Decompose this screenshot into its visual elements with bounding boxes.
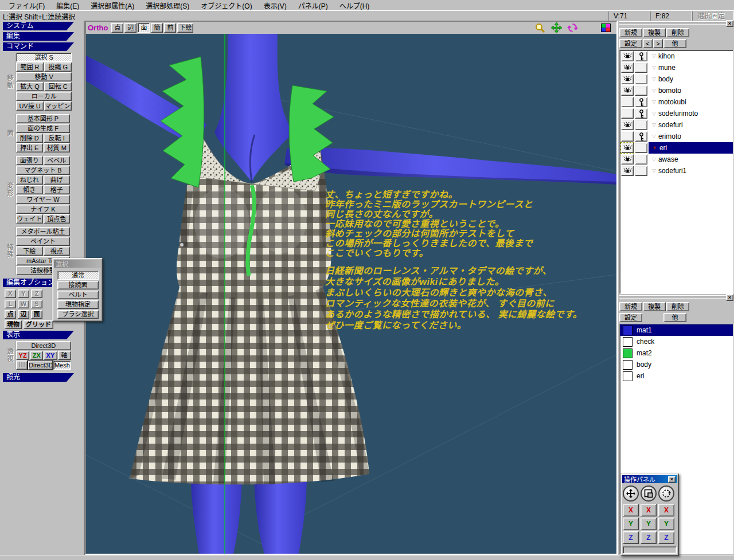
axis-y-button[interactable]: Y xyxy=(641,518,657,530)
select-mode-button[interactable]: 通常 xyxy=(57,271,99,280)
axis-y-button[interactable]: Y xyxy=(658,518,674,530)
viewport-mode-button[interactable]: 前 xyxy=(164,23,176,33)
operation-panel-titlebar[interactable]: 操作パネル × xyxy=(622,475,677,483)
view-plane-button[interactable]: YZ xyxy=(16,351,29,360)
scene-3d[interactable]: 丈、ちょっと短すぎですかね。昨年作ったミニ版のラップスカートワンピースと同じ長さ… xyxy=(86,34,616,554)
menu-item[interactable]: 選択部属性(A) xyxy=(85,0,139,11)
object-row[interactable]: ▼eri xyxy=(620,142,733,154)
select-mode-button[interactable]: ブラシ選択 xyxy=(57,310,99,319)
axis-z-button[interactable]: Z xyxy=(623,531,639,544)
object-panel-button[interactable]: 他 xyxy=(663,39,686,48)
select-mode-button[interactable]: 現物指定 xyxy=(57,300,99,309)
object-panel-button[interactable]: < xyxy=(643,39,653,48)
lock-key-toggle[interactable] xyxy=(635,62,647,73)
command-button[interactable]: ペイント xyxy=(16,237,70,246)
material-row[interactable]: eri xyxy=(620,370,733,382)
rotate-tool-button[interactable] xyxy=(658,485,674,502)
section-header-command[interactable]: コマンド xyxy=(3,42,74,51)
pan-icon[interactable] xyxy=(550,23,563,33)
menu-item[interactable]: ファイル(F) xyxy=(3,0,50,11)
section-header-view[interactable]: 表示 xyxy=(3,331,74,339)
command-button[interactable]: 曲げ xyxy=(44,175,71,185)
object-name[interactable]: ▽kihon xyxy=(649,50,733,62)
close-icon[interactable]: × xyxy=(668,476,676,483)
material-panel-button[interactable]: 他 xyxy=(663,313,686,322)
move-tool-button[interactable] xyxy=(623,485,639,502)
object-panel-button[interactable]: 複製 xyxy=(643,28,666,37)
edit-option-button[interactable]: グリッド xyxy=(24,320,53,329)
lock-key-toggle[interactable] xyxy=(635,143,647,153)
command-button[interactable]: 拡大 Q xyxy=(16,82,44,91)
object-row[interactable]: ▽bomoto xyxy=(620,85,733,96)
perspective-direct3d-button[interactable]: Direct3D xyxy=(16,341,71,350)
object-name[interactable]: ▽sodefurimoto xyxy=(649,108,733,119)
command-button[interactable]: 回転 C xyxy=(44,82,72,91)
edit-option-button[interactable]: S xyxy=(31,300,42,308)
material-panel-button[interactable]: 削除 xyxy=(666,302,689,311)
object-panel-button[interactable]: > xyxy=(653,39,663,48)
object-name[interactable]: ▽mune xyxy=(649,62,733,73)
zoom-icon[interactable] xyxy=(534,23,546,33)
object-name[interactable]: ▽bomoto xyxy=(649,85,733,96)
menu-item[interactable]: 選択部処理(S) xyxy=(140,0,194,11)
axis-x-button[interactable]: X xyxy=(623,504,639,516)
object-panel-grip[interactable]: × xyxy=(619,21,733,27)
command-button[interactable]: 面張り xyxy=(16,156,43,165)
command-button[interactable]: ベベル xyxy=(44,156,71,165)
command-button[interactable]: ローカル xyxy=(16,92,72,101)
lock-key-toggle[interactable] xyxy=(635,108,647,119)
command-button[interactable]: ねじれ xyxy=(16,175,43,185)
axis-y-button[interactable]: Y xyxy=(623,518,639,530)
edit-option-button[interactable]: W xyxy=(18,300,29,308)
object-name[interactable]: ▽body xyxy=(649,73,733,85)
parallel-view-button[interactable] xyxy=(16,361,28,370)
object-row[interactable]: ▽sodefuri xyxy=(620,119,733,131)
object-row[interactable]: ▽sodefurimoto xyxy=(620,108,733,119)
command-button[interactable]: 傾き xyxy=(16,185,43,194)
viewport-mode-button[interactable]: 面 xyxy=(138,23,150,33)
menu-item[interactable]: 編集(E) xyxy=(51,0,84,11)
command-button[interactable]: ワイヤー W xyxy=(16,195,70,204)
mesh-toggle-button[interactable]: Mesh xyxy=(53,361,71,370)
command-button[interactable]: 基本図形 P xyxy=(16,114,70,123)
command-button[interactable]: マグネット B xyxy=(16,166,70,175)
select-popup-titlebar[interactable]: 選択 xyxy=(54,260,101,268)
ortho-direct3d-button[interactable]: Direct3D xyxy=(28,361,53,370)
object-row[interactable]: ▽motokubi xyxy=(620,96,733,108)
view-plane-button[interactable]: XY xyxy=(44,351,57,360)
lock-key-toggle[interactable] xyxy=(635,51,647,61)
menu-item[interactable]: パネル(P) xyxy=(293,0,333,11)
object-name[interactable]: ▼eri xyxy=(649,142,733,154)
material-panel-button[interactable]: 設定 xyxy=(619,313,642,322)
axis-toggle-button[interactable]: 軸 xyxy=(58,351,71,360)
section-header-edit[interactable]: 編集 xyxy=(3,32,74,41)
view-plane-button[interactable]: ZX xyxy=(30,351,43,360)
object-row[interactable]: ▽kihon xyxy=(620,50,733,62)
lock-key-toggle[interactable] xyxy=(635,131,647,142)
menu-item[interactable]: オブジェクト(O) xyxy=(196,0,257,11)
object-row[interactable]: ▽awase xyxy=(620,154,733,165)
select-mode-button[interactable]: ベルト xyxy=(57,291,99,299)
lock-key-toggle[interactable] xyxy=(635,166,647,176)
material-row[interactable]: mat2 xyxy=(620,347,733,359)
viewport-mode-button[interactable]: 下絵 xyxy=(177,23,193,33)
edit-option-button[interactable]: L xyxy=(5,300,16,308)
section-header-system[interactable]: システム xyxy=(3,22,74,30)
visibility-eye-toggle[interactable] xyxy=(621,120,634,130)
visibility-eye-toggle[interactable] xyxy=(621,108,634,119)
command-button[interactable]: マッピング xyxy=(44,101,72,111)
command-button[interactable]: 投縄 G xyxy=(44,62,72,72)
edit-option-button[interactable]: 面 xyxy=(31,310,42,319)
command-button[interactable]: 面の生成 F xyxy=(16,124,70,133)
lock-key-toggle[interactable] xyxy=(635,120,647,130)
object-name[interactable]: ▽awase xyxy=(649,154,733,165)
command-button[interactable]: ナイフ K xyxy=(16,205,70,214)
command-button[interactable]: 範囲 R xyxy=(16,62,44,72)
viewport-mode-button[interactable]: 点 xyxy=(111,23,123,33)
object-name[interactable]: ▽motokubi xyxy=(649,96,733,108)
visibility-eye-toggle[interactable] xyxy=(621,74,634,84)
visibility-eye-toggle[interactable] xyxy=(621,154,634,165)
viewport-mode-button[interactable]: 辺 xyxy=(124,23,136,33)
section-header-lighting[interactable]: 照光 xyxy=(3,373,74,382)
menu-item[interactable]: 表示(V) xyxy=(259,0,292,11)
